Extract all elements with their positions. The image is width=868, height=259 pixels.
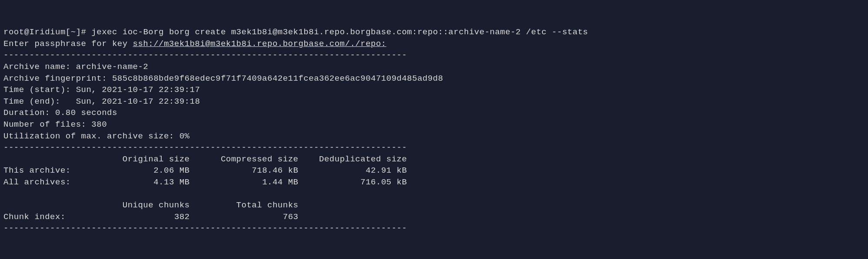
time-start-value: Sun, 2021-10-17 22:39:17 xyxy=(76,85,200,95)
this-archive-deduplicated: 42.91 kB xyxy=(366,166,407,175)
utilization-label: Utilization of max. archive size: xyxy=(3,131,174,141)
all-archives-original: 4.13 MB xyxy=(153,177,190,187)
archive-name-value: archive-name-2 xyxy=(76,62,149,72)
chunks-header-row: Unique chunks Total chunks xyxy=(3,200,298,210)
terminal-output: root@Iridium[~]# jexec ioc-Borg borg cre… xyxy=(3,26,865,234)
time-end-value: Sun, 2021-10-17 22:39:18 xyxy=(76,97,200,106)
prompt-user-host: root@Iridium xyxy=(3,27,66,37)
passphrase-prompt-prefix: Enter passphrase for key xyxy=(3,39,133,49)
header-original: Original size xyxy=(123,154,190,164)
divider-line: ----------------------------------------… xyxy=(3,223,407,233)
this-archive-compressed: 718.46 kB xyxy=(252,166,298,175)
prompt-path: [~] xyxy=(66,27,81,37)
archive-fingerprint-value: 585c8b868bde9f68edec9f71f7409a642e11fcea… xyxy=(112,74,443,83)
chunk-index-unique: 382 xyxy=(174,212,190,222)
utilization-value: 0% xyxy=(180,131,190,141)
archive-fingerprint-label: Archive fingerprint: xyxy=(3,74,107,83)
all-archives-deduplicated: 716.05 kB xyxy=(360,177,407,187)
header-compressed: Compressed size xyxy=(221,154,299,164)
duration-value: 0.80 seconds xyxy=(55,108,117,118)
all-archives-compressed: 1.44 MB xyxy=(262,177,298,187)
time-end-label: Time (end): xyxy=(3,97,60,106)
time-start-label: Time (start): xyxy=(3,85,71,95)
this-archive-label: This archive: xyxy=(3,166,71,175)
this-archive-row: This archive: 2.06 MB 718.46 kB 42.91 kB xyxy=(3,166,407,175)
passphrase-key-url: ssh://m3ek1b8i@m3ek1b8i.repo.borgbase.co… xyxy=(133,39,386,49)
num-files-value: 380 xyxy=(91,120,107,129)
all-archives-row: All archives: 4.13 MB 1.44 MB 716.05 kB xyxy=(3,177,407,187)
chunk-index-label: Chunk index: xyxy=(3,212,66,222)
command-text: jexec ioc-Borg borg create m3ek1b8i@m3ek… xyxy=(91,27,588,37)
header-deduplicated: Deduplicated size xyxy=(319,154,407,164)
chunk-index-total: 763 xyxy=(283,212,299,222)
archive-name-label: Archive name: xyxy=(3,62,71,72)
divider-line: ----------------------------------------… xyxy=(3,50,407,60)
duration-label: Duration: xyxy=(3,108,50,118)
prompt-symbol: # xyxy=(81,27,86,37)
total-chunks-label: Total chunks xyxy=(236,200,299,210)
divider-line: ----------------------------------------… xyxy=(3,143,407,152)
num-files-label: Number of files: xyxy=(3,120,86,129)
unique-chunks-label: Unique chunks xyxy=(123,200,190,210)
chunk-index-row: Chunk index: 382 763 xyxy=(3,212,298,222)
stats-header-row: Original size Compressed size Deduplicat… xyxy=(3,154,407,164)
all-archives-label: All archives: xyxy=(3,177,71,187)
this-archive-original: 2.06 MB xyxy=(153,166,190,175)
